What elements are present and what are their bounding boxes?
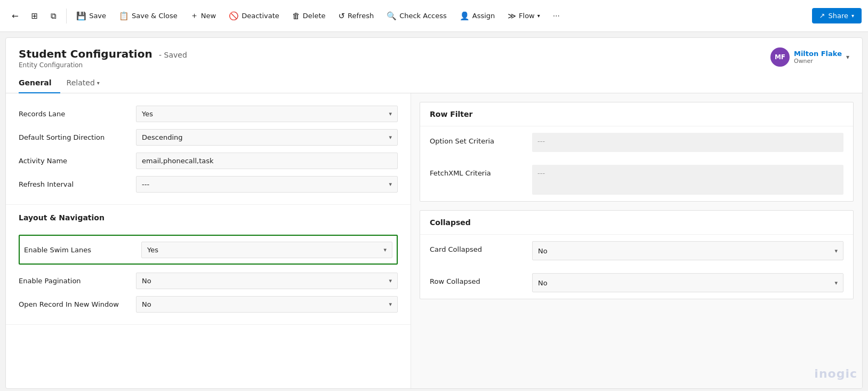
page-title: Student Configuration - Saved [19, 47, 187, 60]
field-row-row-collapsed: Row Collapsed No ▾ [420, 267, 853, 299]
save-close-button[interactable]: 📋 Save & Close [114, 8, 183, 24]
back-button[interactable]: ← [6, 8, 24, 24]
card-collapsed-label: Card Collapsed [430, 241, 526, 253]
refresh-button[interactable]: ↺ Refresh [333, 8, 379, 24]
delete-icon: 🗑 [292, 11, 300, 21]
open-record-val-text: No [142, 300, 151, 308]
popup-icon: ⧉ [51, 11, 57, 21]
row-collapsed-label: Row Collapsed [430, 273, 526, 285]
record-title-area: Student Configuration - Saved Entity Con… [19, 47, 187, 69]
field-row-swim-lanes: Enable Swim Lanes Yes ▾ [19, 235, 398, 265]
main-container: Student Configuration - Saved Entity Con… [5, 37, 863, 389]
owner-chevron-icon[interactable]: ▾ [846, 53, 849, 61]
flow-label: Flow [519, 12, 535, 20]
field-row-card-collapsed: Card Collapsed No ▾ [420, 235, 853, 267]
row-collapsed-val-text: No [538, 279, 548, 287]
save-close-label: Save & Close [132, 12, 178, 20]
layout-fields: Enable Swim Lanes Yes ▾ Enable Paginatio… [6, 226, 411, 325]
row-collapsed-value[interactable]: No ▾ [532, 273, 843, 292]
option-set-value: --- [532, 133, 843, 152]
delete-button[interactable]: 🗑 Delete [287, 8, 331, 24]
share-icon: ↗ [819, 12, 825, 20]
save-icon: 💾 [76, 11, 86, 21]
tab-general[interactable]: General [19, 74, 60, 93]
check-access-icon: 🔍 [387, 11, 397, 21]
activity-name-val-text: email,phonecall,task [142, 157, 214, 165]
check-access-button[interactable]: 🔍 Check Access [381, 8, 452, 24]
activity-name-value[interactable]: email,phonecall,task [136, 153, 398, 169]
record-saved-status: - Saved [159, 51, 187, 59]
new-icon: ＋ [190, 11, 198, 21]
refresh-icon: ↺ [338, 11, 345, 21]
records-lane-value[interactable]: Yes ▾ [136, 106, 398, 122]
refresh-interval-label: Refresh Interval [19, 180, 136, 188]
popup-button[interactable]: ⧉ [45, 8, 62, 24]
swim-lanes-val-text: Yes [147, 246, 158, 254]
share-button[interactable]: ↗ Share ▾ [812, 8, 862, 23]
pagination-val-text: No [142, 277, 151, 285]
row-collapsed-arrow-icon: ▾ [834, 280, 838, 286]
swim-lanes-label: Enable Swim Lanes [24, 246, 141, 254]
assign-icon: 👤 [460, 11, 470, 21]
sorting-arrow-icon: ▾ [389, 134, 392, 141]
assign-label: Assign [472, 12, 495, 20]
related-chevron-icon: ▾ [97, 80, 100, 86]
toolbar: ← ⊞ ⧉ 💾 Save 📋 Save & Close ＋ New 🚫 Deac… [0, 0, 868, 32]
tabs-bar: General Related ▾ [6, 74, 862, 93]
flow-button[interactable]: ≫ Flow ▾ [502, 8, 545, 24]
field-row-pagination: Enable Pagination No ▾ [19, 269, 398, 292]
owner-role: Owner [794, 58, 842, 65]
field-row-sorting: Default Sorting Direction Descending ▾ [19, 125, 398, 149]
layout-section-header: Layout & Navigation [6, 205, 411, 226]
sorting-label: Default Sorting Direction [19, 133, 136, 141]
avatar: MF [770, 47, 790, 67]
tab-related[interactable]: Related ▾ [67, 74, 108, 93]
record-subtitle: Entity Configuration [19, 61, 187, 69]
option-set-val-text: --- [537, 137, 545, 145]
pagination-label: Enable Pagination [19, 277, 136, 285]
save-label: Save [89, 12, 106, 20]
owner-name[interactable]: Milton Flake [794, 50, 842, 58]
owner-info: Milton Flake Owner [794, 50, 842, 65]
delete-label: Delete [303, 12, 326, 20]
layout-navigation-section: Layout & Navigation Enable Swim Lanes Ye… [6, 205, 411, 325]
fetchxml-value: --- [532, 165, 843, 195]
flow-icon: ≫ [508, 11, 516, 21]
deactivate-button[interactable]: 🚫 Deactivate [223, 8, 285, 24]
records-lane-val-text: Yes [142, 110, 153, 118]
records-lane-arrow-icon: ▾ [389, 110, 392, 117]
flow-chevron-icon: ▾ [537, 13, 540, 19]
new-label: New [201, 12, 216, 20]
refresh-label: Refresh [348, 12, 374, 20]
row-filter-title: Row Filter [420, 102, 853, 126]
more-button[interactable]: ⋯ [548, 9, 565, 23]
pagination-arrow-icon: ▾ [389, 277, 392, 284]
record-header: Student Configuration - Saved Entity Con… [6, 38, 862, 69]
field-row-fetchxml: FetchXML Criteria --- [420, 158, 853, 201]
record-title-text: Student Configuration [19, 47, 152, 60]
card-collapsed-value[interactable]: No ▾ [532, 241, 843, 260]
open-record-value[interactable]: No ▾ [136, 296, 398, 313]
tab-related-label: Related [67, 78, 95, 87]
row-filter-section: Row Filter Option Set Criteria --- Fetch… [420, 102, 854, 202]
fetchxml-label: FetchXML Criteria [430, 165, 526, 177]
collapsed-title: Collapsed [420, 211, 853, 235]
swim-lanes-arrow-icon: ▾ [383, 246, 387, 253]
save-button[interactable]: 💾 Save [71, 8, 111, 24]
save-close-icon: 📋 [119, 11, 129, 21]
assign-button[interactable]: 👤 Assign [454, 8, 501, 24]
new-button[interactable]: ＋ New [185, 7, 221, 24]
sorting-value[interactable]: Descending ▾ [136, 129, 398, 146]
field-row-refresh-interval: Refresh Interval --- ▾ [19, 172, 398, 196]
pagination-value[interactable]: No ▾ [136, 273, 398, 289]
row-filter-title-text: Row Filter [430, 110, 472, 118]
refresh-interval-value[interactable]: --- ▾ [136, 176, 398, 193]
swim-lanes-value[interactable]: Yes ▾ [141, 242, 392, 258]
field-row-records-lane: Records Lane Yes ▾ [19, 102, 398, 125]
grid-icon: ⊞ [31, 11, 38, 21]
grid-button[interactable]: ⊞ [26, 8, 44, 24]
back-icon: ← [12, 11, 19, 21]
open-record-arrow-icon: ▾ [389, 301, 392, 308]
top-fields-section: Records Lane Yes ▾ Default Sorting Direc… [6, 93, 411, 205]
sorting-val-text: Descending [142, 133, 183, 141]
